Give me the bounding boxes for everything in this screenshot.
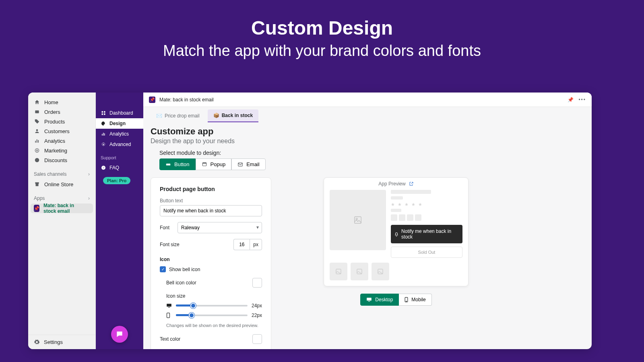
svg-point-6 — [36, 150, 38, 151]
chart-icon — [101, 131, 106, 137]
seg-popup[interactable]: Popup — [196, 158, 232, 170]
svg-rect-8 — [102, 111, 103, 113]
page-title: Customize app — [151, 126, 584, 137]
nav-online-store[interactable]: Online Store — [28, 179, 95, 189]
svg-point-33 — [406, 301, 407, 301]
app-nav-design[interactable]: Design — [96, 118, 143, 129]
preview-card: App Preview ★ ★ ★ ★ ★ Notify me when bac… — [324, 177, 469, 286]
svg-rect-20 — [202, 162, 206, 163]
orders-icon — [34, 109, 40, 115]
svg-rect-11 — [104, 113, 105, 115]
chat-fab[interactable] — [111, 326, 128, 343]
pin-icon[interactable]: 📌 — [568, 97, 574, 103]
sales-channels-label: Sales channels› — [28, 169, 95, 179]
tag-icon — [34, 118, 40, 125]
app-nav-dashboard[interactable]: Dashboard — [96, 108, 143, 118]
user-icon — [34, 128, 40, 134]
bell-color-swatch[interactable] — [252, 278, 262, 288]
svg-rect-31 — [368, 301, 370, 302]
nav-orders[interactable]: Orders — [28, 107, 95, 117]
target-icon — [34, 147, 40, 154]
support-label: Support — [96, 150, 143, 162]
desktop-icon — [366, 297, 372, 302]
svg-text:?: ? — [103, 167, 104, 169]
seg-button[interactable]: Button — [159, 158, 196, 170]
preview-header: App Preview — [378, 181, 405, 187]
nav-products[interactable]: Products — [28, 117, 95, 126]
app-nav-faq[interactable]: ?FAQ — [96, 162, 143, 173]
tab-price-drop[interactable]: ✉️Price drop email — [151, 109, 205, 122]
apps-label: Apps› — [28, 193, 95, 204]
font-size-input[interactable] — [233, 239, 250, 250]
desktop-size-slider[interactable] — [176, 305, 248, 306]
hero: Custom Design Match the app with your br… — [0, 0, 644, 72]
stars-icon: ★ ★ ★ ★ ★ — [391, 202, 462, 207]
button-text-input[interactable] — [160, 205, 262, 216]
app-nav-advanced[interactable]: Advanced — [96, 139, 143, 150]
external-link-icon[interactable] — [409, 181, 414, 186]
nav-marketing[interactable]: Marketing — [28, 146, 95, 155]
tab-back-in-stock[interactable]: 📦Back in stock — [208, 109, 258, 122]
chevron-right-icon[interactable]: › — [88, 171, 90, 177]
preview-notify-button: Notify me when back in stock — [391, 225, 462, 243]
grid-icon — [101, 110, 106, 116]
text-color-label: Text color — [160, 336, 180, 342]
seg-email[interactable]: Email — [231, 158, 266, 170]
chevron-right-icon[interactable]: › — [88, 195, 90, 201]
mobile-size-slider[interactable] — [176, 315, 248, 316]
bell-icon — [394, 232, 399, 237]
nav-settings[interactable]: Settings — [28, 335, 95, 349]
font-label: Font — [160, 225, 169, 230]
svg-rect-0 — [35, 111, 39, 113]
nav-analytics[interactable]: Analytics — [28, 136, 95, 146]
chat-icon — [116, 330, 124, 338]
svg-rect-23 — [168, 307, 170, 308]
image-icon — [353, 216, 362, 224]
nav-app-mate[interactable]: 📌Mate: back in stock email — [31, 204, 93, 213]
svg-rect-18 — [166, 163, 171, 165]
show-bell-label: Show bell icon — [169, 267, 200, 272]
font-select[interactable]: Raleway — [178, 222, 262, 233]
nav-home[interactable]: Home — [28, 97, 95, 107]
more-icon[interactable]: ••• — [578, 97, 586, 103]
topbar: 📌 Mate: back in stock email 📌 ••• — [143, 93, 592, 107]
module-segment: Button Popup Email — [159, 158, 584, 170]
settings-card: Product page button Button text Font Ral… — [151, 177, 271, 349]
text-color-swatch[interactable] — [252, 334, 262, 344]
module-tabs: ✉️Price drop email 📦Back in stock — [151, 109, 584, 122]
store-icon — [34, 181, 40, 187]
email-icon — [237, 162, 243, 167]
svg-rect-9 — [104, 111, 105, 113]
card-title: Product page button — [160, 186, 262, 192]
preview-thumbs — [330, 263, 462, 280]
gear-icon — [101, 142, 106, 147]
plan-badge: Plan: Pro — [103, 177, 130, 184]
preview-image — [330, 190, 386, 250]
device-desktop[interactable]: Desktop — [360, 294, 399, 306]
bell-color-label: Bell icon color — [166, 280, 196, 286]
preview-info: ★ ★ ★ ★ ★ Notify me when back in stock S… — [391, 190, 462, 258]
select-module-label: Select module to design: — [159, 150, 584, 156]
app-name: Mate: back in stock email — [159, 97, 214, 103]
svg-point-5 — [35, 148, 39, 152]
icon-size-label: Icon size — [166, 293, 262, 299]
nav-discounts[interactable]: Discounts — [28, 155, 95, 165]
popup-icon — [202, 162, 207, 167]
discount-icon — [34, 157, 40, 163]
app-sidebar: Dashboard Design Analytics Advanced Supp… — [96, 93, 143, 349]
device-mobile[interactable]: Mobile — [399, 294, 431, 306]
svg-point-7 — [35, 158, 39, 162]
show-bell-checkbox[interactable]: ✓ — [160, 266, 166, 272]
help-icon: ? — [101, 165, 106, 171]
hero-title: Custom Design — [0, 17, 644, 39]
button-text-label: Button text — [160, 198, 262, 204]
svg-rect-3 — [37, 140, 37, 143]
button-icon — [165, 162, 171, 167]
device-toggle: Desktop Mobile — [324, 294, 469, 306]
mobile-size-value: 22px — [252, 313, 262, 318]
app-nav-analytics[interactable]: Analytics — [96, 129, 143, 139]
desktop-size-value: 24px — [252, 303, 262, 309]
svg-point-1 — [36, 129, 38, 131]
nav-customers[interactable]: Customers — [28, 126, 95, 136]
page-subtitle: Design the app to your needs — [151, 138, 584, 145]
